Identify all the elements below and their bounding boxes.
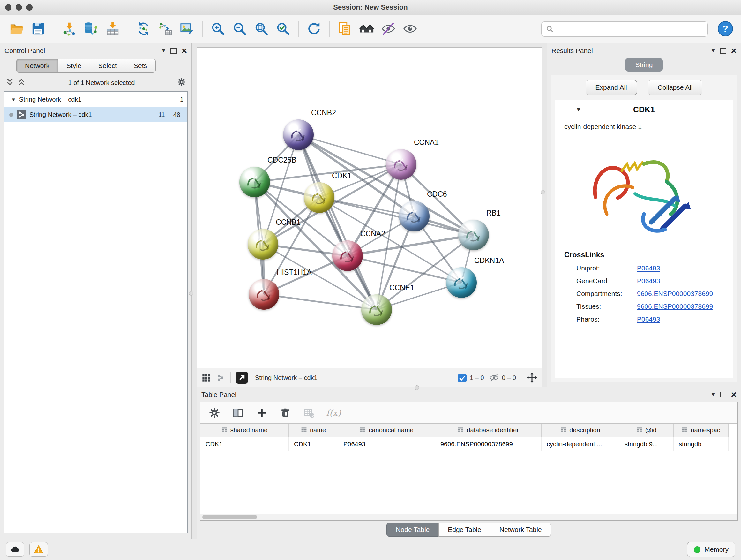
section-expander-icon[interactable]: ▼ (576, 106, 582, 113)
expand-all-button[interactable]: Expand All (586, 80, 637, 95)
zoom-in-button[interactable] (208, 19, 228, 39)
show-columns-icon[interactable] (232, 407, 245, 419)
tab-node-table[interactable]: Node Table (387, 523, 439, 537)
copy-document-button[interactable] (335, 19, 355, 39)
column-header-name[interactable]: name (289, 424, 338, 437)
network-options-gear-icon[interactable] (178, 78, 186, 87)
close-window-button[interactable] (5, 4, 11, 10)
column-header-at-id[interactable]: @id (619, 424, 674, 437)
network-node-CCNB1[interactable] (248, 229, 278, 260)
network-node-CCNB2[interactable] (283, 119, 314, 150)
scrollbar-thumb[interactable] (202, 515, 257, 519)
compartments-link[interactable]: 9606.ENSP00000378699 (637, 290, 713, 298)
import-network-database-button[interactable] (81, 19, 101, 39)
panel-collapse-icon[interactable]: ▼ (711, 48, 716, 54)
network-canvas[interactable]: CCNB2CCNA1CDC25BCDK1CDC6RB1CCNB1CCNA2CDK… (197, 47, 542, 368)
zoom-fit-button[interactable] (251, 19, 272, 39)
zoom-window-button[interactable] (26, 4, 32, 10)
delete-column-icon[interactable] (279, 407, 292, 419)
minimize-window-button[interactable] (16, 4, 22, 10)
tab-sets[interactable]: Sets (125, 59, 156, 73)
top-row: CCNB2CCNA1CDC25BCDK1CDC6RB1CCNB1CCNA2CDK… (192, 44, 741, 387)
network-node-HIST1H1A[interactable] (249, 279, 279, 310)
panel-close-icon[interactable]: × (731, 390, 737, 399)
grid-view-icon[interactable] (202, 373, 211, 382)
import-table-file-button[interactable] (103, 19, 123, 39)
column-header-canonical-name[interactable]: canonical name (338, 424, 435, 437)
tab-select[interactable]: Select (90, 59, 125, 73)
panel-collapse-icon[interactable]: ▼ (161, 48, 166, 54)
network-node-RB1[interactable] (458, 220, 489, 250)
warning-button[interactable] (29, 542, 48, 557)
panel-close-icon[interactable]: × (731, 46, 737, 56)
save-session-button[interactable] (28, 19, 49, 39)
apply-layout-button[interactable] (304, 19, 324, 39)
hidden-eye-slash-icon[interactable] (489, 373, 499, 382)
help-button[interactable]: ? (716, 20, 735, 38)
table-cell[interactable]: cyclin-dependent ... (542, 437, 619, 451)
memory-button[interactable]: Memory (687, 542, 735, 557)
open-in-new-icon[interactable] (236, 372, 248, 384)
network-node-CCNA2[interactable] (332, 240, 363, 271)
table-cell[interactable]: P06493 (338, 437, 435, 451)
cloud-button[interactable] (6, 542, 24, 557)
table-row[interactable]: CDK1CDK1P064939606.ENSP00000378699cyclin… (200, 437, 738, 451)
panel-float-icon[interactable] (171, 48, 177, 54)
panel-float-icon[interactable] (720, 48, 726, 54)
export-image-button[interactable] (177, 19, 197, 39)
network-table-button[interactable] (155, 19, 176, 39)
tab-network[interactable]: Network (16, 59, 58, 73)
collapse-all-button[interactable]: Collapse All (648, 80, 703, 95)
open-session-button[interactable] (6, 19, 27, 39)
table-cell[interactable]: CDK1 (200, 437, 289, 451)
table-cell[interactable]: CDK1 (289, 437, 338, 451)
network-edges[interactable] (197, 48, 529, 368)
table-cell[interactable]: stringdb:9... (619, 437, 674, 451)
selected-checkbox-icon[interactable] (458, 374, 467, 382)
panel-float-icon[interactable] (720, 392, 726, 397)
genecard-link[interactable]: P06493 (637, 277, 660, 285)
tree-expander-icon[interactable]: ▼ (11, 97, 16, 102)
network-node-CCNE1[interactable] (361, 294, 392, 325)
eye-slash-button[interactable] (378, 19, 399, 39)
uniprot-link[interactable]: P06493 (637, 264, 660, 272)
network-node-CCNA1[interactable] (386, 149, 416, 180)
move-tool-icon[interactable] (527, 372, 537, 383)
table-cell[interactable]: 9606.ENSP00000378699 (435, 437, 542, 451)
pharos-link[interactable]: P06493 (637, 315, 660, 323)
panel-close-icon[interactable]: × (181, 46, 187, 56)
tissues-link[interactable]: 9606.ENSP00000378699 (637, 303, 713, 310)
expand-all-icon[interactable] (17, 78, 25, 87)
network-node-CDC25B[interactable] (239, 167, 270, 197)
table-cell[interactable]: stringdb (674, 437, 729, 451)
search-input[interactable] (557, 25, 703, 33)
column-header-description[interactable]: description (542, 424, 619, 437)
network-node-CDC6[interactable] (399, 201, 429, 232)
column-header-shared-name[interactable]: shared name (200, 424, 289, 437)
eye-button[interactable] (400, 19, 420, 39)
network-row-selected[interactable]: String Network – cdk1 11 48 (4, 107, 187, 122)
table-horizontal-scrollbar[interactable] (200, 514, 738, 520)
string-home-button[interactable] (356, 19, 377, 39)
zoom-selected-button[interactable] (273, 19, 293, 39)
gene-name: CDK1 (555, 105, 733, 114)
zoom-out-button[interactable] (229, 19, 250, 39)
network-share-icon[interactable] (216, 373, 225, 382)
table-settings-gear-icon[interactable] (208, 407, 221, 419)
network-node-CDKN1A[interactable] (446, 267, 477, 298)
tab-edge-table[interactable]: Edge Table (439, 523, 490, 537)
save-session-icon (31, 21, 46, 37)
column-header-database-identifier[interactable]: database identifier (435, 424, 542, 437)
tab-network-table[interactable]: Network Table (490, 523, 551, 537)
gene-section-header[interactable]: ▼ CDK1 (555, 100, 733, 119)
column-header-namespac[interactable]: namespac (674, 424, 729, 437)
tab-string[interactable]: String (625, 58, 663, 71)
add-column-icon[interactable] (255, 407, 268, 419)
import-network-file-button[interactable] (59, 19, 79, 39)
panel-collapse-icon[interactable]: ▼ (711, 392, 716, 397)
network-node-CDK1[interactable] (304, 182, 334, 213)
collapse-all-icon[interactable] (6, 78, 14, 87)
tab-style[interactable]: Style (58, 59, 90, 73)
network-from-selection-button[interactable] (133, 19, 154, 39)
network-collection-row[interactable]: ▼ String Network – cdk1 1 (4, 91, 187, 107)
